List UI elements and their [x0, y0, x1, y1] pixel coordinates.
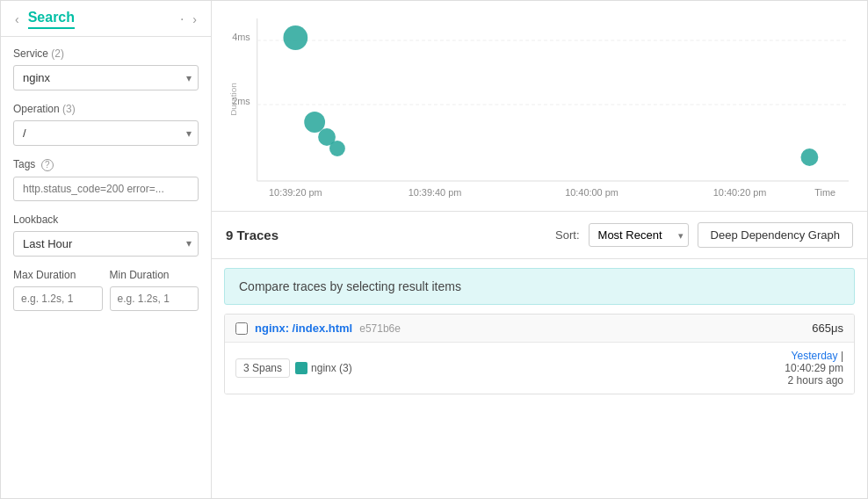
tags-input[interactable] — [13, 177, 199, 201]
trace-item-footer: 3 Spans nginx (3) Yesterday | 10:40:29 p… — [225, 343, 854, 394]
lookback-select[interactable]: Last Hour Last 2 Hours Last Day — [13, 231, 199, 257]
svg-text:Duration: Duration — [228, 83, 238, 116]
trace-name[interactable]: nginx: /index.html — [255, 322, 352, 335]
tags-help-icon[interactable]: ? — [41, 159, 54, 171]
nav-next-arrow[interactable]: › — [189, 11, 200, 28]
svg-point-13 — [304, 112, 325, 133]
tags-field-group: Tags ? — [13, 158, 199, 201]
trace-time-label: Yesterday | — [785, 350, 843, 362]
traces-sort: Sort: Most Recent Longest First Shortest… — [555, 222, 853, 248]
max-duration-input[interactable] — [13, 286, 103, 311]
service-select-wrapper: nginx all ▾ — [13, 65, 199, 90]
svg-text:Time: Time — [814, 187, 835, 198]
spans-badge: 3 Spans — [235, 358, 290, 378]
svg-text:10:39:20 pm: 10:39:20 pm — [269, 187, 322, 198]
operation-label: Operation (3) — [13, 103, 199, 115]
duration-row: Max Duration Min Duration — [13, 269, 199, 311]
traces-count: 9 Traces — [226, 228, 278, 242]
service-count: (2) — [51, 47, 64, 60]
trace-id: e571b6e — [359, 322, 401, 335]
compare-banner-text: Compare traces by selecting result items — [239, 279, 461, 293]
trace-title-area: nginx: /index.html e571b6e — [235, 322, 401, 335]
svg-text:10:40:00 pm: 10:40:00 pm — [565, 187, 618, 198]
nav-prev-arrow[interactable]: ‹ — [11, 11, 23, 28]
trace-checkbox[interactable] — [235, 322, 248, 335]
sidebar: ‹ Search · › Service (2) nginx all — [1, 1, 212, 498]
svg-text:10:39:40 pm: 10:39:40 pm — [409, 187, 462, 198]
lookback-select-wrapper: Last Hour Last 2 Hours Last Day ▾ — [13, 231, 199, 257]
trace-time: Yesterday | 10:40:29 pm 2 hours ago — [785, 350, 843, 387]
compare-banner: Compare traces by selecting result items — [224, 268, 855, 305]
trace-time-ago: 2 hours ago — [785, 374, 843, 387]
service-tag-color-block — [295, 362, 307, 374]
service-label: Service (2) — [13, 47, 199, 60]
operation-field-group: Operation (3) / all ▾ — [13, 103, 199, 146]
trace-time-value: 10:40:29 pm — [785, 362, 843, 374]
service-tag: nginx (3) — [295, 362, 352, 374]
lookback-field-group: Lookback Last Hour Last 2 Hours Last Day… — [13, 213, 199, 257]
trace-time-pipe: | — [841, 350, 843, 362]
operation-count: (3) — [62, 103, 76, 115]
main-content: 4ms 2ms Duration 10:39:20 pm 10:39:40 pm… — [212, 1, 867, 498]
svg-point-15 — [329, 141, 345, 156]
min-duration-field: Min Duration — [110, 269, 199, 311]
svg-text:4ms: 4ms — [232, 32, 250, 42]
max-duration-label: Max Duration — [13, 269, 103, 281]
sidebar-body: Service (2) nginx all ▾ Operation (3) — [1, 37, 211, 322]
service-tags: 3 Spans nginx (3) — [235, 358, 352, 378]
min-duration-input[interactable] — [110, 286, 199, 311]
svg-point-12 — [283, 25, 307, 50]
svg-point-16 — [801, 148, 819, 166]
tags-label: Tags ? — [13, 158, 199, 171]
trace-item-header: nginx: /index.html e571b6e 665μs — [225, 315, 854, 343]
operation-select[interactable]: / all — [13, 120, 199, 146]
trace-duration: 665μs — [812, 322, 843, 335]
chart-area: 4ms 2ms Duration 10:39:20 pm 10:39:40 pm… — [212, 1, 867, 212]
operation-select-wrapper: / all ▾ — [13, 120, 199, 146]
lookback-label: Lookback — [13, 213, 199, 226]
sort-label: Sort: — [555, 228, 579, 242]
sidebar-nav: ‹ Search — [11, 10, 75, 29]
min-duration-label: Min Duration — [110, 269, 199, 281]
max-duration-field: Max Duration — [13, 269, 103, 311]
sort-select[interactable]: Most Recent Longest First Shortest First — [589, 223, 689, 247]
sidebar-title: Search — [28, 10, 75, 29]
svg-text:10:40:20 pm: 10:40:20 pm — [713, 187, 767, 198]
service-field-group: Service (2) nginx all ▾ — [13, 47, 199, 90]
traces-header: 9 Traces Sort: Most Recent Longest First… — [212, 212, 867, 259]
sidebar-dots[interactable]: · — [180, 11, 184, 27]
service-tag-label: nginx (3) — [311, 362, 352, 374]
chart-svg: 4ms 2ms Duration 10:39:20 pm 10:39:40 pm… — [226, 10, 853, 203]
sidebar-header: ‹ Search · › — [1, 1, 211, 29]
service-select[interactable]: nginx all — [13, 65, 199, 90]
sort-wrapper: Most Recent Longest First Shortest First… — [589, 223, 689, 247]
trace-item: nginx: /index.html e571b6e 665μs 3 Spans… — [224, 314, 855, 394]
deep-dependency-button[interactable]: Deep Dependency Graph — [698, 222, 853, 248]
